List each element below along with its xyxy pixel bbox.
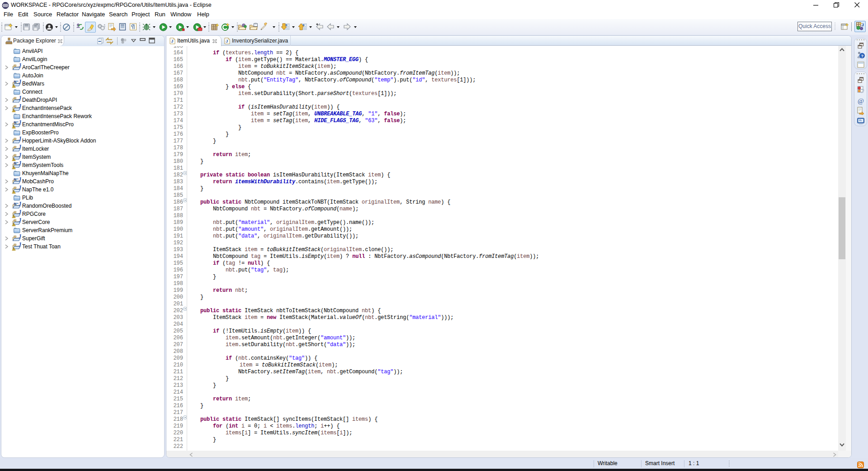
svg-text:J: J — [19, 218, 21, 223]
svg-text:J: J — [19, 120, 21, 125]
svg-text:M: M — [14, 161, 17, 165]
svg-text:J: J — [19, 234, 21, 239]
svg-text:J: J — [19, 202, 21, 207]
svg-text:J: J — [19, 177, 21, 182]
svg-text:J: J — [862, 22, 864, 27]
svg-text:M: M — [14, 177, 17, 181]
svg-text:J: J — [226, 38, 228, 43]
svg-text:M: M — [14, 202, 17, 206]
svg-text:J: J — [19, 63, 21, 68]
svg-text:M: M — [14, 120, 17, 124]
svg-text:J: J — [19, 104, 21, 109]
svg-text:M: M — [14, 80, 17, 84]
svg-text:J: J — [19, 243, 21, 247]
svg-text:J: J — [19, 210, 21, 215]
svg-text:J: J — [19, 186, 21, 190]
svg-text:J: J — [19, 145, 21, 150]
svg-text:?: ? — [861, 54, 864, 58]
svg-text:J: J — [19, 80, 21, 85]
svg-text:J: J — [19, 153, 21, 158]
svg-text:J: J — [19, 137, 21, 142]
svg-text:J: J — [19, 96, 21, 101]
svg-text:J: J — [19, 161, 21, 166]
svg-text:J: J — [171, 38, 173, 43]
svg-text:@: @ — [858, 97, 864, 105]
